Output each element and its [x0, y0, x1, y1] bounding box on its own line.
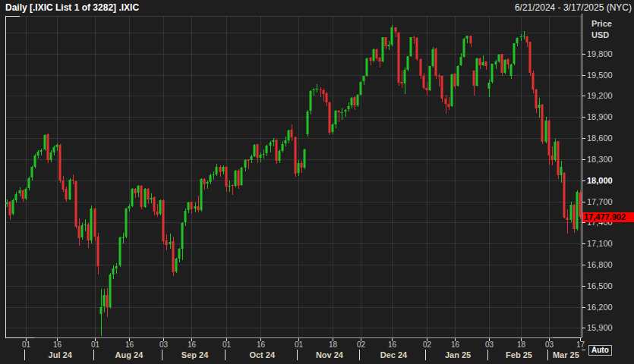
- candle-body: [463, 39, 465, 57]
- candle-body: [520, 36, 522, 37]
- x-axis-month-label: Mar 25: [546, 350, 585, 359]
- candle-body: [395, 27, 397, 32]
- candle-body: [162, 200, 165, 241]
- candle-body: [254, 145, 256, 156]
- x-axis-month-label: Nov 24: [310, 350, 349, 359]
- candle-body: [538, 105, 541, 108]
- candle-body: [310, 91, 312, 111]
- candle-body: [307, 111, 309, 134]
- candle-body: [373, 49, 375, 61]
- candle-body: [473, 71, 475, 86]
- candle-body: [429, 66, 431, 90]
- candle-body: [320, 89, 322, 90]
- candle-body: [279, 151, 281, 161]
- x-axis-day-label: 16: [251, 340, 271, 349]
- y-axis-label: 18,300: [587, 155, 613, 164]
- candle-body: [122, 237, 125, 238]
- candle-body: [257, 144, 259, 158]
- candle-body: [103, 295, 106, 306]
- candle-body: [207, 182, 209, 184]
- y-axis-title-currency: USD: [591, 30, 609, 39]
- candle-body: [251, 156, 253, 160]
- candle-body: [516, 38, 519, 43]
- x-axis-day-label: 03: [480, 340, 500, 349]
- candle-body: [72, 180, 74, 180]
- x-axis-day-label: 01: [289, 340, 309, 349]
- chart-title: Daily [.IXIC List 1 of 3282] .IXIC: [5, 2, 139, 13]
- candle-body: [413, 37, 415, 38]
- candle-body: [100, 307, 103, 314]
- candle-body: [56, 145, 58, 147]
- candle-body: [273, 140, 275, 142]
- candle-body: [244, 160, 247, 168]
- candle-body: [304, 149, 306, 168]
- auto-scale-button[interactable]: Auto: [588, 345, 612, 356]
- candle-body: [44, 135, 46, 149]
- candle-body: [332, 124, 334, 132]
- candle-body: [285, 140, 287, 143]
- candle-body: [466, 36, 468, 39]
- x-axis-month-label: Jul 24: [40, 350, 80, 359]
- candle-body: [22, 190, 24, 199]
- candle-body: [416, 38, 418, 59]
- candle-body: [426, 88, 428, 90]
- candle-body: [175, 259, 178, 271]
- candle-body: [513, 43, 516, 64]
- candle-body: [238, 171, 240, 186]
- candle-body: [398, 33, 400, 83]
- candle-body: [6, 202, 8, 204]
- candle-body: [329, 102, 331, 133]
- candle-body: [510, 64, 513, 76]
- candle-body: [366, 58, 368, 76]
- candle-body: [370, 58, 372, 61]
- candle-body: [545, 121, 547, 142]
- candle-body: [535, 89, 538, 108]
- candle-body: [219, 167, 222, 172]
- candle-body: [34, 155, 36, 167]
- candle-body: [457, 66, 459, 86]
- candle-body: [476, 58, 478, 86]
- candle-body: [438, 76, 440, 77]
- candle-body: [295, 137, 297, 174]
- candle-body: [65, 189, 68, 199]
- candle-body: [94, 209, 96, 237]
- price-chart-canvas[interactable]: [0, 0, 634, 364]
- candle-body: [232, 185, 234, 186]
- candle-body: [382, 37, 384, 61]
- candle-body: [69, 180, 71, 199]
- candle-body: [345, 110, 347, 111]
- candle-body: [31, 167, 33, 177]
- candle-body: [363, 76, 365, 81]
- x-axis-month-label: Dec 24: [374, 350, 414, 359]
- candle-body: [554, 142, 557, 160]
- candle-body: [12, 200, 14, 214]
- candle-body: [50, 152, 52, 160]
- candle-body: [40, 150, 43, 152]
- y-axis-label: 17,100: [587, 239, 613, 248]
- candle-body: [376, 49, 378, 58]
- candle-body: [291, 130, 293, 137]
- candle-body: [178, 249, 181, 259]
- y-axis-label: 18,900: [587, 112, 613, 121]
- candle-body: [106, 295, 109, 307]
- candle-body: [313, 89, 315, 90]
- candle-body: [109, 275, 112, 307]
- candle-body: [9, 202, 11, 215]
- candle-body: [81, 225, 84, 237]
- candle-body: [354, 97, 356, 105]
- candle-body: [482, 62, 484, 65]
- candle-body: [532, 73, 535, 89]
- x-axis-day-label: 02: [352, 340, 371, 349]
- y-axis-label: 19,800: [587, 49, 613, 58]
- candle-body: [432, 49, 434, 66]
- y-axis-label: 18,000: [587, 176, 613, 185]
- candle-body: [401, 82, 403, 83]
- candle-body: [185, 211, 187, 222]
- candle-body: [541, 105, 544, 142]
- candle-body: [526, 36, 528, 42]
- candle-body: [210, 175, 212, 182]
- candle-body: [213, 174, 215, 175]
- candle-body: [216, 167, 218, 174]
- candle-body: [341, 112, 343, 113]
- candle-body: [326, 93, 328, 102]
